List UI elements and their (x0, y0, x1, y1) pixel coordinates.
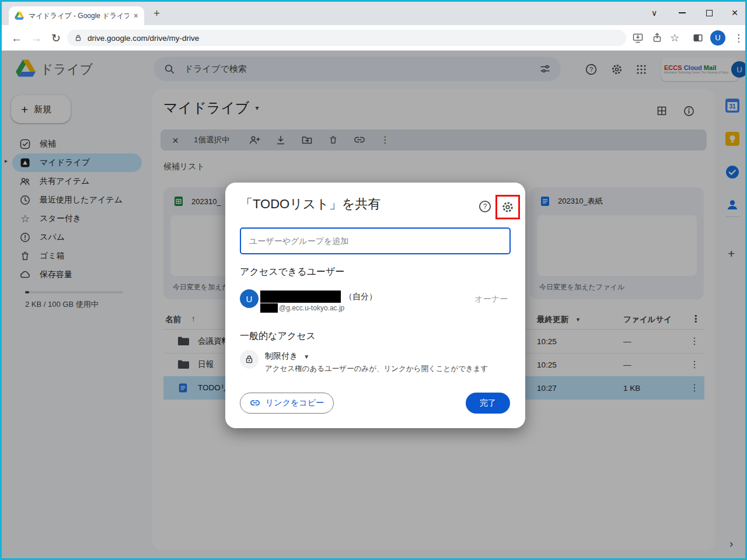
address-bar[interactable]: drive.google.com/drive/my-drive (67, 30, 626, 46)
screenshot-frame: マイドライブ - Google ドライブ × + ∨ × ← → ↻ drive… (0, 0, 747, 560)
tab-search-icon[interactable]: ∨ (641, 2, 668, 24)
tab-close-icon[interactable]: × (134, 12, 138, 20)
access-level-dropdown[interactable]: 制限付き ▼ (265, 351, 309, 362)
side-panel-icon[interactable] (692, 32, 704, 44)
back-icon[interactable]: ← (11, 32, 22, 43)
browser-menu-icon[interactable]: ⋮ (734, 33, 743, 43)
done-label: 完了 (480, 398, 496, 408)
general-access-section-label: 一般的なアクセス (240, 330, 316, 342)
dropdown-caret-icon: ▼ (303, 354, 309, 360)
share-icon[interactable] (651, 32, 663, 44)
svg-text:?: ? (483, 202, 487, 211)
people-section-label: アクセスできるユーザー (240, 266, 344, 278)
owner-role-label: オーナー (474, 294, 508, 304)
copy-link-label: リンクをコピー (266, 398, 324, 408)
maximize-icon (706, 10, 713, 16)
new-tab-button[interactable]: + (153, 7, 160, 20)
dialog-title: 「TODOリスト」を共有 (240, 195, 381, 213)
forward-icon: → (31, 32, 42, 43)
lock-icon (244, 354, 254, 365)
dialog-help-icon[interactable]: ? (478, 200, 492, 214)
add-people-input[interactable] (240, 228, 511, 254)
browser-tab[interactable]: マイドライブ - Google ドライブ × (9, 6, 144, 25)
browser-avatar[interactable]: U (710, 30, 725, 46)
link-icon (250, 398, 260, 408)
tab-title: マイドライブ - Google ドライブ (29, 11, 129, 21)
reload-icon[interactable]: ↻ (51, 32, 61, 43)
owner-avatar: U (240, 289, 259, 308)
copy-link-button[interactable]: リンクをコピー (240, 393, 334, 414)
minimize-button[interactable] (669, 2, 696, 24)
bookmark-star-icon[interactable]: ☆ (670, 33, 679, 43)
redacted-email-user (260, 303, 278, 313)
access-description: アクセス権のあるユーザーのみが、リンクから開くことができます (265, 364, 488, 374)
owner-email-domain: @g.ecc.u-tokyo.ac.jp (279, 304, 344, 312)
drive-favicon (15, 12, 24, 20)
browser-tab-bar: マイドライブ - Google ドライブ × + ∨ × (2, 2, 745, 25)
share-dialog: 「TODOリスト」を共有 ? アクセスできるユーザー U （自分） @g.ecc… (225, 183, 525, 428)
browser-toolbar: ← → ↻ drive.google.com/drive/my-drive ☆ … (2, 25, 745, 51)
done-button[interactable]: 完了 (466, 393, 510, 414)
redacted-owner-name (260, 290, 341, 303)
lock-icon (74, 34, 82, 42)
access-level-label: 制限付き (265, 351, 298, 362)
minimize-icon (679, 12, 686, 13)
maximize-button[interactable] (696, 2, 722, 24)
annotation-highlight-box (495, 195, 520, 219)
install-icon[interactable] (632, 32, 644, 44)
dialog-settings-gear-icon[interactable] (501, 200, 515, 214)
owner-self-label: （自分） (344, 292, 377, 302)
lock-icon-circle (240, 350, 259, 369)
drive-page: ドライブ ドライブで検索 ? ECCS Cloud Mail Informati… (2, 51, 745, 558)
url-text: drive.google.com/drive/my-drive (88, 34, 199, 43)
window-close-button[interactable]: × (721, 2, 747, 24)
